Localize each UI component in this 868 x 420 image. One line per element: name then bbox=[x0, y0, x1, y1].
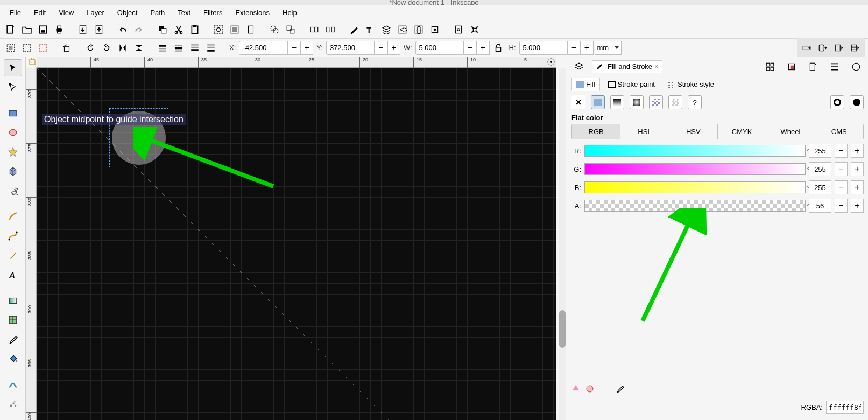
b-input[interactable] bbox=[809, 180, 831, 194]
affect-stroke-button[interactable] bbox=[799, 40, 814, 55]
x-input[interactable] bbox=[239, 41, 287, 55]
g-input[interactable] bbox=[809, 162, 831, 176]
redo-button[interactable] bbox=[131, 22, 146, 37]
r-slider[interactable] bbox=[584, 145, 806, 157]
selector-tool[interactable] bbox=[4, 59, 22, 76]
mode-hsv[interactable]: HSV bbox=[669, 124, 718, 139]
bucket-tool[interactable] bbox=[4, 350, 22, 367]
zoom-selection-button[interactable] bbox=[211, 22, 226, 37]
tab-fill[interactable]: Fill bbox=[571, 78, 600, 91]
tweak-tool[interactable] bbox=[4, 376, 22, 393]
dock-grid-icon[interactable] bbox=[763, 59, 778, 74]
dock-menu-icon[interactable] bbox=[571, 59, 587, 74]
select-all-layers-button[interactable] bbox=[19, 40, 34, 55]
a-input[interactable] bbox=[809, 199, 831, 213]
lock-aspect-button[interactable] bbox=[491, 40, 506, 55]
menu-file[interactable]: File bbox=[3, 6, 27, 19]
select-all-button[interactable] bbox=[3, 40, 18, 55]
spray-button[interactable] bbox=[427, 22, 442, 37]
menu-path[interactable]: Path bbox=[144, 6, 171, 19]
export-button[interactable] bbox=[91, 22, 107, 37]
affect-pattern-button[interactable] bbox=[848, 40, 863, 55]
y-input[interactable] bbox=[326, 41, 375, 55]
fill-rule-evenodd-button[interactable] bbox=[830, 95, 844, 109]
dropper-tool[interactable] bbox=[4, 331, 22, 348]
r-increment[interactable]: + bbox=[851, 144, 864, 158]
fill-stroke-button[interactable] bbox=[347, 22, 362, 37]
zoom-page-button[interactable] bbox=[243, 22, 258, 37]
clone-button[interactable] bbox=[283, 22, 298, 37]
spray-tool[interactable] bbox=[4, 395, 22, 412]
mode-cms[interactable]: CMS bbox=[815, 124, 863, 139]
raise-top-button[interactable] bbox=[155, 40, 170, 55]
lower-bottom-button[interactable] bbox=[203, 40, 218, 55]
menu-edit[interactable]: Edit bbox=[27, 6, 52, 19]
h-increment[interactable]: + bbox=[581, 41, 594, 55]
affect-corners-button[interactable] bbox=[815, 40, 830, 55]
vertical-scrollbar[interactable] bbox=[559, 68, 566, 420]
doc-props-button[interactable] bbox=[451, 22, 466, 37]
duplicate-button[interactable] bbox=[267, 22, 282, 37]
menu-text[interactable]: Text bbox=[171, 6, 197, 19]
import-button[interactable] bbox=[75, 22, 90, 37]
rotate-ccw-button[interactable] bbox=[59, 40, 74, 55]
ungroup-button[interactable] bbox=[323, 22, 338, 37]
group-button[interactable] bbox=[307, 22, 322, 37]
a-decrement[interactable]: − bbox=[835, 199, 848, 213]
lower-button[interactable] bbox=[187, 40, 202, 55]
no-paint-button[interactable]: × bbox=[571, 95, 585, 109]
y-increment[interactable]: + bbox=[387, 41, 400, 55]
mode-cmyk[interactable]: CMYK bbox=[718, 124, 766, 139]
w-input[interactable] bbox=[415, 41, 464, 55]
pencil-tool[interactable] bbox=[4, 208, 22, 225]
rotate-90-ccw-button[interactable] bbox=[83, 40, 98, 55]
cut-button[interactable] bbox=[171, 22, 186, 37]
zoom-drawing-button[interactable] bbox=[227, 22, 242, 37]
x-decrement[interactable]: − bbox=[287, 41, 300, 55]
new-doc-button[interactable] bbox=[3, 22, 18, 37]
unknown-paint-button[interactable]: ? bbox=[688, 95, 702, 109]
r-input[interactable] bbox=[809, 144, 831, 158]
unit-selector[interactable]: mm bbox=[595, 41, 622, 55]
g-increment[interactable]: + bbox=[851, 162, 864, 176]
box3d-tool[interactable] bbox=[4, 163, 22, 180]
undo-button[interactable] bbox=[115, 22, 130, 37]
gradient-tool[interactable] bbox=[4, 292, 22, 309]
flip-v-button[interactable] bbox=[131, 40, 146, 55]
dock-align-icon[interactable] bbox=[827, 59, 842, 74]
flat-color-button[interactable] bbox=[591, 95, 605, 109]
layers-button[interactable] bbox=[379, 22, 394, 37]
open-button[interactable] bbox=[19, 22, 34, 37]
h-input[interactable] bbox=[519, 41, 568, 55]
paste-button[interactable] bbox=[187, 22, 202, 37]
y-decrement[interactable]: − bbox=[375, 41, 387, 55]
xml-button[interactable]: <> bbox=[395, 22, 410, 37]
star-tool[interactable] bbox=[4, 143, 22, 160]
x-increment[interactable]: + bbox=[300, 41, 313, 55]
canvas[interactable]: Object midpoint to guide intersection bbox=[37, 68, 556, 420]
g-slider[interactable] bbox=[584, 163, 806, 175]
print-button[interactable] bbox=[52, 22, 67, 37]
a-slider[interactable] bbox=[584, 200, 806, 212]
swatch-button[interactable] bbox=[668, 95, 682, 109]
radial-gradient-button[interactable] bbox=[630, 95, 644, 109]
bezier-tool[interactable] bbox=[4, 227, 22, 244]
fill-rule-nonzero-button[interactable] bbox=[850, 95, 864, 109]
menu-layer[interactable]: Layer bbox=[80, 6, 111, 19]
b-decrement[interactable]: − bbox=[835, 180, 848, 194]
close-icon[interactable]: × bbox=[654, 62, 659, 71]
copy-button[interactable] bbox=[155, 22, 170, 37]
dock-object-icon[interactable] bbox=[784, 59, 799, 74]
w-decrement[interactable]: − bbox=[464, 41, 477, 55]
dock-doc-icon[interactable] bbox=[806, 59, 821, 74]
raise-button[interactable] bbox=[171, 40, 186, 55]
save-button[interactable] bbox=[36, 22, 51, 37]
menu-help[interactable]: Help bbox=[276, 6, 304, 19]
b-slider[interactable] bbox=[584, 181, 806, 193]
g-decrement[interactable]: − bbox=[835, 162, 848, 176]
text-dialog-button[interactable]: T bbox=[363, 22, 378, 37]
deselect-button[interactable] bbox=[36, 40, 51, 55]
dock-circle-icon[interactable] bbox=[849, 59, 864, 74]
tab-stroke-style[interactable]: Stroke style bbox=[663, 78, 719, 91]
ellipse-tool[interactable] bbox=[4, 124, 22, 141]
